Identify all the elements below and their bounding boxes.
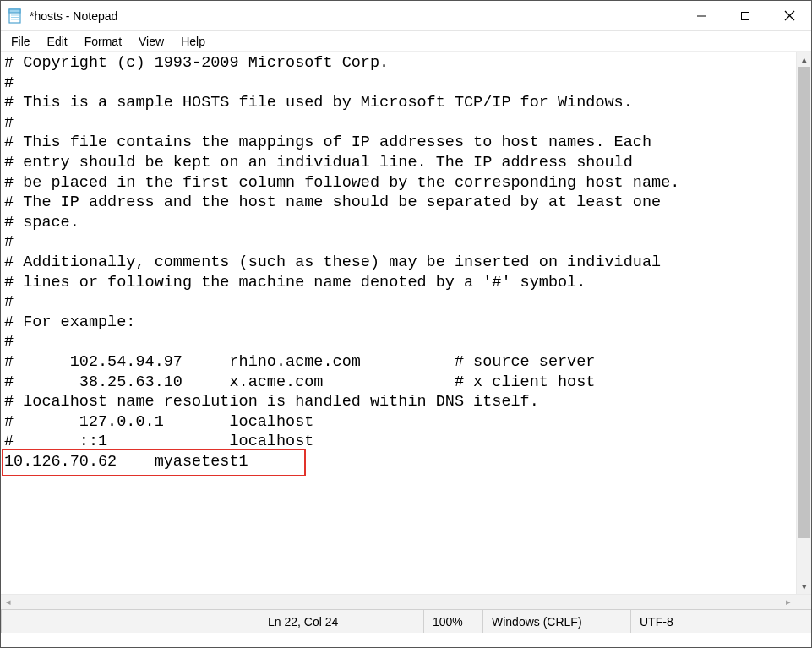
menu-format[interactable]: Format: [78, 33, 128, 50]
text-line[interactable]: #: [4, 292, 793, 313]
text-line[interactable]: # entry should be kept on an individual …: [4, 153, 793, 173]
menu-help[interactable]: Help: [174, 33, 212, 50]
minimize-button[interactable]: [679, 1, 723, 30]
text-line[interactable]: #: [4, 232, 793, 253]
scroll-up-arrow-icon[interactable]: ▴: [797, 52, 811, 67]
horizontal-scroll-track[interactable]: [16, 595, 781, 609]
text-line[interactable]: 10.126.70.62 myasetest1: [4, 452, 793, 472]
text-line[interactable]: # be placed in the first column followed…: [4, 173, 793, 193]
text-line[interactable]: # Additionally, comments (such as these)…: [4, 253, 793, 273]
vertical-scroll-thumb[interactable]: [798, 67, 810, 538]
close-button[interactable]: [767, 1, 811, 30]
svg-rect-1: [9, 9, 20, 13]
text-line[interactable]: # 102.54.94.97 rhino.acme.com # source s…: [4, 352, 793, 373]
text-line[interactable]: # 38.25.63.10 x.acme.com # x client host: [4, 373, 793, 393]
text-caret: [248, 454, 248, 471]
svg-rect-6: [742, 12, 749, 19]
scroll-corner: [796, 595, 811, 609]
text-line[interactable]: # 127.0.0.1 localhost: [4, 412, 793, 433]
notepad-icon: [8, 8, 23, 24]
horizontal-scrollbar[interactable]: ◂ ▸: [1, 594, 811, 609]
text-line[interactable]: #: [4, 332, 793, 352]
status-zoom: 100%: [423, 610, 482, 633]
menu-file[interactable]: File: [4, 33, 37, 50]
menu-view[interactable]: View: [132, 33, 171, 50]
statusbar: Ln 22, Col 24 100% Windows (CRLF) UTF-8: [1, 609, 811, 633]
text-line[interactable]: #: [4, 74, 793, 94]
editor-area: # Copyright (c) 1993-2009 Microsoft Corp…: [1, 52, 811, 594]
status-blank: [1, 610, 259, 633]
status-line-ending: Windows (CRLF): [482, 610, 630, 633]
status-encoding: UTF-8: [630, 610, 811, 633]
text-line[interactable]: # Copyright (c) 1993-2009 Microsoft Corp…: [4, 53, 793, 74]
text-line[interactable]: # For example:: [4, 313, 793, 333]
scroll-left-arrow-icon[interactable]: ◂: [1, 595, 16, 609]
text-line[interactable]: # The IP address and the host name shoul…: [4, 193, 793, 213]
text-line[interactable]: #: [4, 113, 793, 133]
status-cursor-position: Ln 22, Col 24: [259, 610, 423, 633]
maximize-button[interactable]: [723, 1, 767, 30]
menubar: File Edit Format View Help: [1, 31, 811, 52]
text-line[interactable]: # space.: [4, 213, 793, 233]
vertical-scroll-track[interactable]: [797, 67, 811, 579]
text-line[interactable]: # ::1 localhost: [4, 432, 793, 452]
scroll-right-arrow-icon[interactable]: ▸: [781, 595, 796, 609]
vertical-scrollbar[interactable]: ▴ ▾: [796, 52, 811, 594]
text-line[interactable]: # This is a sample HOSTS file used by Mi…: [4, 93, 793, 113]
window-controls: [679, 1, 811, 30]
text-line[interactable]: # lines or following the machine name de…: [4, 273, 793, 293]
scroll-down-arrow-icon[interactable]: ▾: [797, 579, 811, 594]
text-line[interactable]: # This file contains the mappings of IP …: [4, 133, 793, 153]
text-line[interactable]: # localhost name resolution is handled w…: [4, 392, 793, 412]
window-title: *hosts - Notepad: [30, 9, 117, 23]
text-editor[interactable]: # Copyright (c) 1993-2009 Microsoft Corp…: [1, 52, 796, 594]
menu-edit[interactable]: Edit: [41, 33, 74, 50]
titlebar: *hosts - Notepad: [1, 1, 811, 31]
